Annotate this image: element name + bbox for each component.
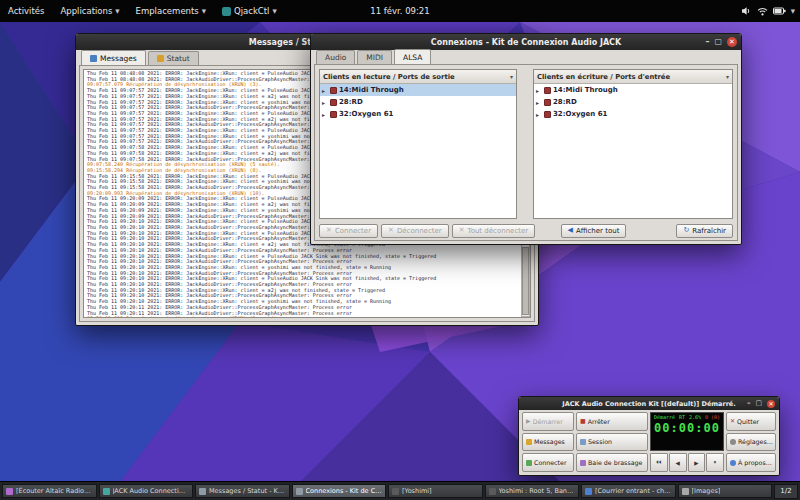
- log-scrollbar-thumb[interactable]: [522, 247, 529, 315]
- session-button[interactable]: Session: [576, 433, 648, 452]
- maximize-button[interactable]: ▢: [755, 400, 762, 407]
- messages-button[interactable]: Messages: [522, 433, 574, 452]
- minimize-button[interactable]: –: [747, 400, 751, 407]
- show-all-button[interactable]: ◀ Afficher tout: [561, 224, 627, 238]
- readable-header-label: Clients en lecture / Ports de sortie: [323, 73, 455, 81]
- stop-button[interactable]: ■ Arrêter: [576, 412, 648, 431]
- taskbar-item-label: Yoshimi : Root 5, Bank...: [499, 487, 576, 495]
- expand-arrow-icon[interactable]: ▸: [536, 99, 542, 106]
- taskbar-item[interactable]: [Courrier entrant - chie...: [581, 484, 676, 498]
- desktop: Messages / Statut - Kit de – ▢ ✕ Message…: [0, 22, 800, 482]
- port-client-item[interactable]: ▸14:Midi Through: [534, 84, 732, 96]
- window-icon: [489, 488, 496, 495]
- app-menu-qjackctl[interactable]: QjackCtl ▼: [214, 0, 285, 22]
- sort-indicator-icon[interactable]: ▾: [510, 73, 513, 80]
- disconnect-button[interactable]: ✕ Déconnecter: [381, 224, 449, 238]
- close-button[interactable]: ✕: [767, 400, 775, 408]
- qjackctl-titlebar[interactable]: JACK Audio Connection Kit [(default)] Dé…: [519, 397, 779, 410]
- about-label: À propos...: [738, 459, 772, 466]
- status-display: Démarré RT 2.6% 0 (0) 00:00:00: [650, 412, 724, 451]
- disconnect-all-button[interactable]: ✕ Tout déconnecter: [452, 224, 536, 238]
- port-client-item[interactable]: ▸28:RD: [534, 96, 732, 108]
- writable-clients-panel: Clients en écriture / Ports d'entrée ▾ ▸…: [533, 69, 733, 219]
- transport-forward-button[interactable]: ⏸: [706, 453, 724, 472]
- taskbar-item[interactable]: JACK Audio Connection...: [99, 484, 194, 498]
- transport-play-button[interactable]: ▶: [688, 453, 706, 472]
- expand-arrow-icon[interactable]: ▸: [536, 87, 542, 94]
- applications-menu[interactable]: Applications ▼: [52, 0, 127, 22]
- taskbar-item-label: [Images]: [692, 487, 721, 495]
- taskbar-item-label: [Écouter Altaïc Radio Bl...: [16, 487, 93, 495]
- tab-statut[interactable]: Statut: [148, 51, 199, 65]
- expand-arrow-icon[interactable]: ▸: [322, 111, 328, 118]
- refresh-label: Rafraîchir: [692, 227, 726, 235]
- port-client-item[interactable]: ▸14:Midi Through: [320, 84, 516, 96]
- taskbar-item[interactable]: [Yoshimi]: [388, 484, 483, 498]
- sort-indicator-icon[interactable]: ▾: [726, 73, 729, 80]
- start-button[interactable]: ▶ Démarrer: [522, 412, 574, 431]
- maximize-button[interactable]: ▢: [714, 38, 722, 46]
- taskbar: [Écouter Altaïc Radio Bl...JACK Audio Co…: [0, 481, 800, 500]
- alsa-client-icon: [544, 111, 551, 118]
- realtime-flag: RT: [679, 414, 685, 420]
- setup-button[interactable]: Réglages...: [726, 433, 776, 452]
- transport-rewind-button[interactable]: ⏴⏴: [650, 453, 668, 472]
- expand-arrow-icon[interactable]: ▸: [322, 87, 328, 94]
- taskbar-item[interactable]: Messages / Statut - Kit d...: [195, 484, 290, 498]
- port-client-label: 32:Oxygen 61: [553, 110, 608, 118]
- connect-button[interactable]: ✕ Connecter: [319, 224, 378, 238]
- expand-arrow-icon[interactable]: ▸: [536, 111, 542, 118]
- taskbar-item[interactable]: [Écouter Altaïc Radio Bl...: [2, 484, 97, 498]
- taskbar-item[interactable]: Yoshimi : Root 5, Bank...: [485, 484, 580, 498]
- patchbay-button[interactable]: Baie de brassage: [576, 453, 648, 472]
- readable-panel-header[interactable]: Clients en lecture / Ports de sortie ▾: [320, 70, 516, 84]
- tab-midi-label: MIDI: [366, 53, 383, 62]
- writable-ports-list: ▸14:Midi Through▸28:RD▸32:Oxygen 61: [534, 84, 732, 120]
- activities-button[interactable]: Activités: [0, 0, 52, 22]
- stop-icon: ■: [580, 418, 586, 424]
- connections-button-row: ✕ Connecter ✕ Déconnecter ✕ Tout déconne…: [319, 223, 733, 238]
- alsa-client-icon: [544, 87, 551, 94]
- port-client-item[interactable]: ▸32:Oxygen 61: [320, 108, 516, 120]
- connections-tab-frame: Clients en lecture / Ports de sortie ▾ ▸…: [314, 64, 738, 241]
- refresh-button[interactable]: ↻ Rafraîchir: [676, 224, 733, 238]
- xrun-count: 0 (0): [705, 414, 720, 420]
- connections-button[interactable]: Connecter: [522, 453, 574, 472]
- expand-arrow-icon[interactable]: ▸: [322, 99, 328, 106]
- system-status-area[interactable]: ▼: [741, 0, 795, 22]
- port-client-item[interactable]: ▸28:RD: [320, 96, 516, 108]
- about-button[interactable]: À propos...: [726, 453, 776, 472]
- window-icon: [103, 488, 110, 495]
- patchbay-icon: [580, 460, 586, 466]
- taskbar-item[interactable]: Connexions - Kit de Con...: [292, 484, 387, 498]
- connections-window-titlebar[interactable]: Connexions - Kit de Connexion Audio JACK…: [311, 34, 741, 50]
- elapsed-time: 00:00:00: [654, 421, 720, 435]
- places-menu[interactable]: Emplacements ▼: [128, 0, 214, 22]
- window-icon: [682, 488, 689, 495]
- workspace-pager-label: 1/2: [780, 487, 791, 495]
- clock[interactable]: 11 févr. 09:21: [370, 6, 429, 16]
- dsp-load: 2.6%: [689, 414, 701, 420]
- connections-window: Connexions - Kit de Connexion Audio JACK…: [310, 33, 742, 245]
- qjackctl-title: JACK Audio Connection Kit [(default)] Dé…: [562, 400, 736, 408]
- tab-midi[interactable]: MIDI: [357, 50, 392, 64]
- tab-messages[interactable]: Messages: [81, 50, 146, 65]
- workspace-pager[interactable]: 1/2: [774, 484, 798, 499]
- qjackctl-app-icon: [222, 7, 231, 16]
- tab-alsa-label: ALSA: [403, 53, 422, 62]
- session-icon: [580, 439, 586, 445]
- minimize-button[interactable]: –: [705, 38, 709, 46]
- quit-button[interactable]: ✕ Quitter: [726, 412, 776, 431]
- gnome-top-bar: Activités Applications ▼ Emplacements ▼ …: [0, 0, 800, 22]
- close-button[interactable]: ✕: [727, 37, 737, 47]
- writable-panel-header[interactable]: Clients en écriture / Ports d'entrée ▾: [534, 70, 732, 84]
- taskbar-item[interactable]: [Images]: [678, 484, 773, 498]
- port-client-label: 14:Midi Through: [339, 86, 404, 94]
- alsa-client-icon: [330, 99, 337, 106]
- show-all-icon: ◀: [568, 227, 573, 234]
- port-client-item[interactable]: ▸32:Oxygen 61: [534, 108, 732, 120]
- tab-audio[interactable]: Audio: [316, 50, 355, 64]
- transport-backward-button[interactable]: ◀: [669, 453, 687, 472]
- chevron-down-icon: ▼: [791, 8, 795, 14]
- tab-alsa[interactable]: ALSA: [394, 49, 431, 64]
